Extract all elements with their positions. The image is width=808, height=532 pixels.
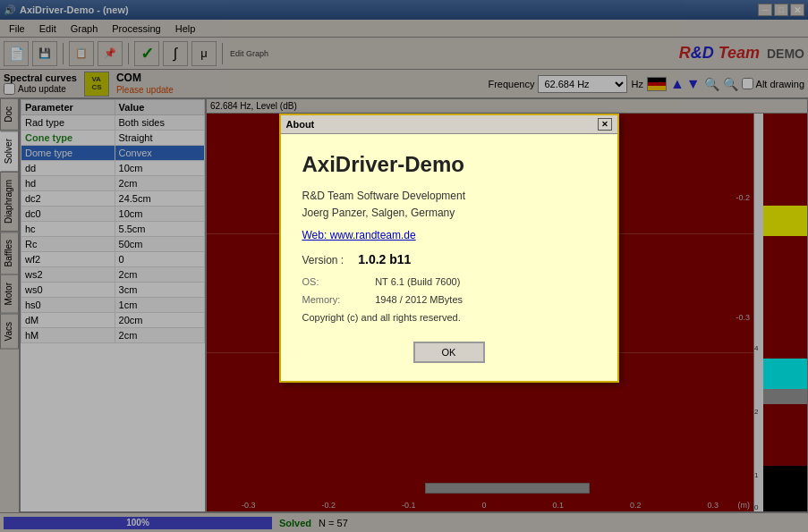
copyright: Copyright (c) and all rights reserved. xyxy=(302,309,482,327)
version-value: 1.0.2 b11 xyxy=(358,252,411,266)
company-line1: R&D Team Software Development xyxy=(302,188,596,205)
dialog-app-name: AxiDriver-Demo xyxy=(302,152,596,177)
os-label: OS: xyxy=(302,274,376,291)
dialog-ok-area: OK xyxy=(302,342,596,363)
version-label: Version : xyxy=(302,254,344,266)
memory-label: Memory: xyxy=(302,291,376,309)
about-dialog-overlay: About ✕ AxiDriver-Demo R&D Team Software… xyxy=(0,0,808,532)
company-line2: Joerg Panzer, Salgen, Germany xyxy=(302,205,596,222)
dialog-web-link[interactable]: Web: www.randteam.de xyxy=(302,229,596,241)
dialog-body: AxiDriver-Demo R&D Team Software Develop… xyxy=(281,134,617,381)
dialog-version: Version : 1.0.2 b11 xyxy=(302,252,596,266)
dialog-title-bar: About ✕ xyxy=(281,115,617,134)
os-value: NT 6.1 (Build 7600) xyxy=(375,274,482,291)
dialog-ok-button[interactable]: OK xyxy=(413,342,485,363)
dialog-company: R&D Team Software Development Joerg Panz… xyxy=(302,188,596,222)
about-dialog: About ✕ AxiDriver-Demo R&D Team Software… xyxy=(279,114,619,383)
dialog-info: OS: NT 6.1 (Build 7600) Memory: 1948 / 2… xyxy=(302,274,596,326)
dialog-close-button[interactable]: ✕ xyxy=(598,118,612,131)
memory-value: 1948 / 2012 MBytes xyxy=(375,291,482,309)
dialog-title: About xyxy=(286,119,315,130)
